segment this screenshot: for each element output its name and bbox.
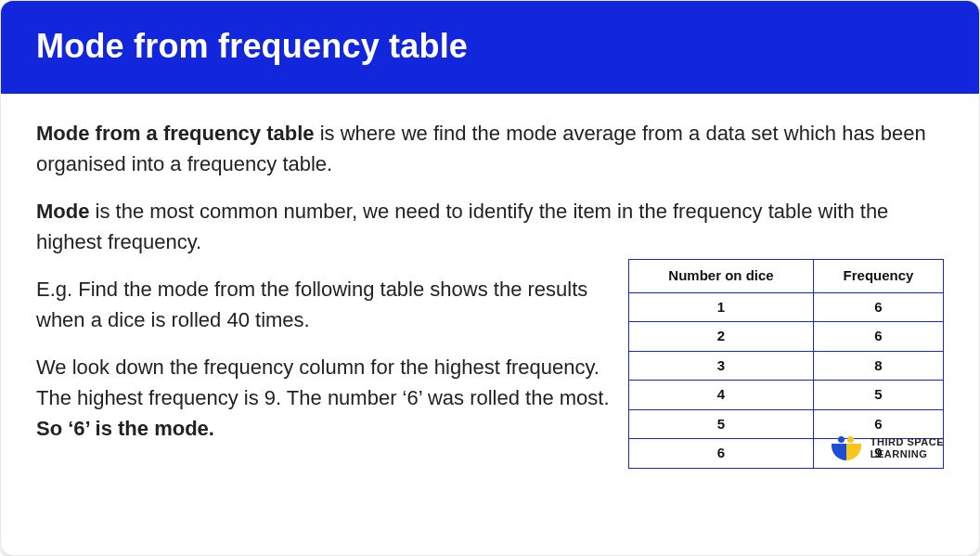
intro-paragraph-2: Mode is the most common number, we need … [36, 196, 944, 257]
table-header-row: Number on dice Frequency [629, 260, 944, 293]
example-paragraph: E.g. Find the mode from the following ta… [36, 274, 612, 335]
cell-number: 1 [629, 292, 814, 322]
table-row: 3 8 [629, 351, 944, 381]
col-header-number: Number on dice [629, 260, 814, 293]
document-card: Mode from frequency table Mode from a fr… [0, 0, 980, 556]
exp-b: 6 [406, 386, 418, 409]
exp-c: ’ was rolled the most. [419, 386, 610, 409]
page-title: Mode from frequency table [36, 27, 944, 66]
logo-line2: LEARNING [870, 448, 944, 460]
logo-line1: THIRD SPACE [870, 436, 944, 448]
cell-number: 6 [629, 439, 814, 469]
table-row: 4 5 [629, 381, 944, 410]
explanation-paragraph: We look down the frequency column for th… [36, 352, 612, 444]
intro-bold-2: Mode [36, 200, 89, 223]
intro-bold-1: Mode from a frequency table [36, 122, 315, 145]
table-row: 5 6 [629, 409, 944, 439]
cell-frequency: 6 [814, 409, 944, 439]
table-row: 2 6 [629, 322, 944, 352]
cell-frequency: 8 [814, 351, 944, 381]
brand-logo: THIRD SPACE LEARNING [832, 436, 944, 460]
table-row: 1 6 [629, 292, 944, 322]
intro-text-2: is the most common number, we need to id… [36, 200, 888, 253]
col-header-frequency: Frequency [814, 260, 944, 293]
logo-mark-icon [832, 436, 861, 460]
cell-number: 2 [629, 322, 814, 352]
cell-number: 5 [629, 409, 814, 439]
logo-text: THIRD SPACE LEARNING [870, 436, 944, 459]
header-banner: Mode from frequency table [1, 1, 979, 94]
cell-frequency: 5 [814, 381, 944, 410]
cell-number: 4 [629, 381, 814, 410]
content-area: Mode from a frequency table is where we … [1, 94, 979, 479]
cell-frequency: 6 [814, 322, 944, 352]
exp-d: So ‘6’ is the mode. [36, 417, 214, 440]
cell-number: 3 [629, 351, 814, 381]
intro-paragraph-1: Mode from a frequency table is where we … [36, 118, 944, 179]
cell-frequency: 6 [814, 292, 944, 322]
